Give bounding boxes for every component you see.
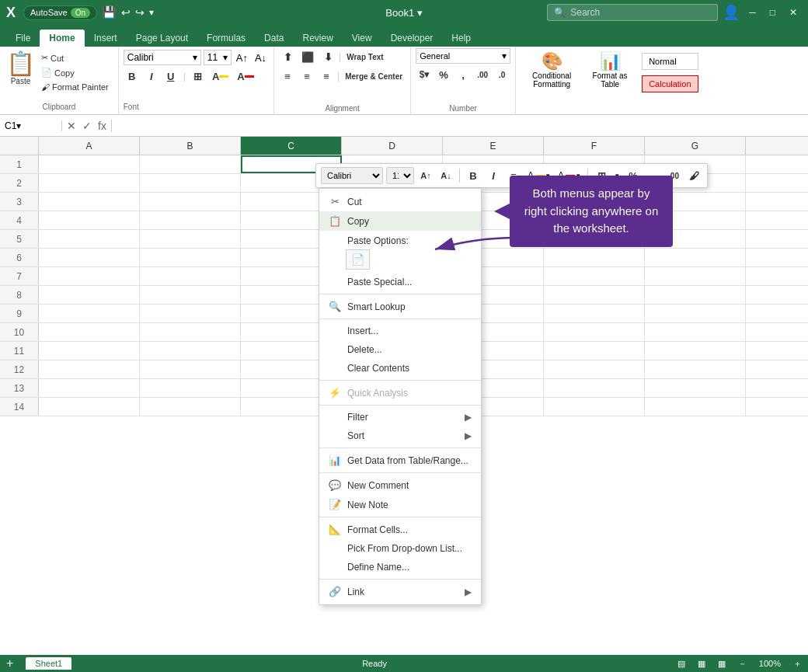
row-num-3[interactable]: 3 xyxy=(0,193,39,211)
context-menu-new-comment[interactable]: 💬 New Comment xyxy=(319,475,481,495)
zoom-out-icon[interactable]: － xyxy=(738,658,747,670)
col-header-a[interactable]: A xyxy=(39,137,140,155)
context-menu-pick-dropdown[interactable]: Pick From Drop-down List... xyxy=(319,539,481,558)
merge-center-button[interactable]: Merge & Center xyxy=(342,68,406,85)
cell-b3[interactable] xyxy=(140,193,241,211)
row-num-14[interactable]: 14 xyxy=(0,398,39,416)
cell-f6[interactable] xyxy=(544,249,645,266)
tab-insert[interactable]: Insert xyxy=(85,30,127,47)
align-top-button[interactable]: ⬆ xyxy=(279,48,296,65)
tab-developer[interactable]: Developer xyxy=(381,30,443,47)
tab-file[interactable]: File xyxy=(6,30,40,47)
cell-a2[interactable] xyxy=(39,174,140,192)
view-normal-icon[interactable]: ▤ xyxy=(677,659,685,669)
underline-button[interactable]: U xyxy=(162,68,179,85)
col-header-b[interactable]: B xyxy=(140,137,241,155)
cell-f7[interactable] xyxy=(544,267,645,285)
cell-f9[interactable] xyxy=(544,305,645,322)
copy-button[interactable]: 📄 Copy xyxy=(38,66,112,79)
context-menu-link[interactable]: 🔗 Link ▶ xyxy=(319,582,481,601)
font-color-button[interactable]: A xyxy=(234,68,256,85)
context-menu-cut[interactable]: ✂ Cut xyxy=(319,192,481,211)
mini-font-name-select[interactable]: Calibri xyxy=(321,167,383,184)
cell-b9[interactable] xyxy=(140,305,241,322)
cell-a6[interactable] xyxy=(39,249,140,266)
font-name-dropdown[interactable]: Calibri ▾ xyxy=(124,50,201,65)
paste-icon-btn-1[interactable]: 📄 xyxy=(346,249,370,270)
restore-button[interactable]: □ xyxy=(765,5,780,19)
tab-help[interactable]: Help xyxy=(442,30,480,47)
cell-g7[interactable] xyxy=(645,267,746,285)
tab-page-layout[interactable]: Page Layout xyxy=(127,30,197,47)
normal-style-button[interactable]: Normal xyxy=(642,53,698,70)
wrap-text-button[interactable]: Wrap Text xyxy=(343,48,386,65)
cell-b5[interactable] xyxy=(140,230,241,248)
currency-button[interactable]: $▾ xyxy=(416,66,433,83)
align-left-button[interactable]: ≡ xyxy=(279,68,296,85)
row-num-10[interactable]: 10 xyxy=(0,323,39,341)
mini-italic-button[interactable]: I xyxy=(485,167,502,184)
cell-g11[interactable] xyxy=(645,342,746,360)
mini-font-size-select[interactable]: 11 xyxy=(386,167,414,184)
formula-confirm-icon[interactable]: ✓ xyxy=(81,120,93,132)
user-icon[interactable]: 👤 xyxy=(723,4,740,21)
cell-a1[interactable] xyxy=(39,155,140,173)
cell-b14[interactable] xyxy=(140,398,241,416)
cell-f11[interactable] xyxy=(544,342,645,360)
tab-view[interactable]: View xyxy=(343,30,381,47)
cell-reference-box[interactable]: C1 ▾ xyxy=(0,120,62,131)
cell-f8[interactable] xyxy=(544,286,645,304)
col-header-e[interactable]: E xyxy=(443,137,544,155)
cell-a11[interactable] xyxy=(39,342,140,360)
cell-b11[interactable] xyxy=(140,342,241,360)
mini-bold-button[interactable]: B xyxy=(465,167,482,184)
cell-f14[interactable] xyxy=(544,398,645,416)
col-header-d[interactable]: D xyxy=(342,137,443,155)
cell-g13[interactable] xyxy=(645,379,746,397)
cell-a5[interactable] xyxy=(39,230,140,248)
cell-a12[interactable] xyxy=(39,360,140,378)
formula-insert-function-icon[interactable]: fx xyxy=(96,120,108,132)
number-format-dropdown[interactable]: General ▾ xyxy=(416,48,510,64)
decrease-decimal-button[interactable]: .0 xyxy=(493,66,510,83)
col-header-f[interactable]: F xyxy=(544,137,645,155)
minimize-button[interactable]: ─ xyxy=(744,5,761,19)
context-menu-delete[interactable]: Delete... xyxy=(319,340,481,359)
tab-data[interactable]: Data xyxy=(255,30,293,47)
paste-button[interactable]: 📋 xyxy=(6,50,35,77)
formula-input[interactable] xyxy=(112,120,808,131)
context-menu-smart-lookup[interactable]: 🔍 Smart Lookup xyxy=(319,297,481,316)
close-button[interactable]: ✕ xyxy=(785,5,802,19)
cell-a14[interactable] xyxy=(39,398,140,416)
cell-g8[interactable] xyxy=(645,286,746,304)
cell-a3[interactable] xyxy=(39,193,140,211)
format-as-table-button[interactable]: Format as Table xyxy=(585,71,636,89)
mini-decrease-font[interactable]: A↓ xyxy=(437,167,454,184)
cell-g6[interactable] xyxy=(645,249,746,266)
context-menu-new-note[interactable]: 📝 New Note xyxy=(319,495,481,514)
search-box[interactable]: 🔍 xyxy=(547,4,718,21)
row-num-6[interactable]: 6 xyxy=(0,249,39,266)
cell-g9[interactable] xyxy=(645,305,746,322)
mini-increase-font[interactable]: A↑ xyxy=(417,167,434,184)
percent-button[interactable]: % xyxy=(435,66,452,83)
redo-icon[interactable]: ↪ xyxy=(135,6,145,19)
align-middle-button[interactable]: ⬛ xyxy=(298,48,317,65)
autosave-toggle[interactable]: AutoSave On xyxy=(23,5,97,20)
col-header-g[interactable]: G xyxy=(645,137,746,155)
font-size-dropdown[interactable]: 11 ▾ xyxy=(204,50,232,65)
row-num-5[interactable]: 5 xyxy=(0,230,39,248)
search-input[interactable] xyxy=(570,7,710,18)
tab-formulas[interactable]: Formulas xyxy=(197,30,255,47)
cell-a9[interactable] xyxy=(39,305,140,322)
view-pagebreak-icon[interactable]: ▦ xyxy=(718,659,726,669)
bold-button[interactable]: B xyxy=(124,68,141,85)
cell-a10[interactable] xyxy=(39,323,140,341)
cut-button[interactable]: ✂ Cut xyxy=(38,51,112,64)
context-menu-define-name[interactable]: Define Name... xyxy=(319,558,481,576)
cell-b10[interactable] xyxy=(140,323,241,341)
cell-b8[interactable] xyxy=(140,286,241,304)
more-icon[interactable]: ▾ xyxy=(149,7,154,18)
cell-a7[interactable] xyxy=(39,267,140,285)
context-menu-clear[interactable]: Clear Contents xyxy=(319,359,481,378)
